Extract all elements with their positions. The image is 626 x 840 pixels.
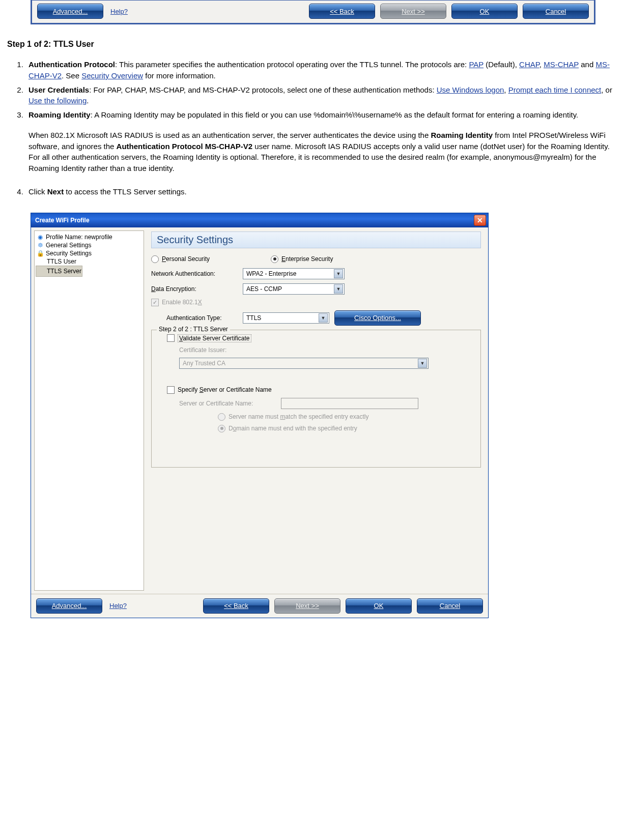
tree-ttls-user[interactable]: TTLS User	[36, 257, 143, 266]
data-encryption-label: Data Encryption:	[151, 285, 243, 293]
help-link[interactable]: Help?	[109, 602, 127, 610]
cancel-button[interactable]: Cancel	[417, 598, 483, 614]
specify-server-checkbox[interactable]	[167, 386, 175, 394]
end-with-label: Domain name must end with the specified …	[229, 425, 357, 432]
cert-issuer-label: Certificate Issuer:	[179, 346, 226, 354]
back-button[interactable]: << Back	[309, 4, 375, 19]
list-item: Click Next to access the TTLS Server set…	[25, 186, 621, 197]
advanced-button[interactable]: Advanced...	[37, 4, 103, 19]
chap-link[interactable]: CHAP	[519, 60, 539, 69]
prompt-connect-link[interactable]: Prompt each time I connect	[508, 85, 602, 94]
tree-profile-name[interactable]: ◉ Profile Name: newprofile	[36, 233, 143, 241]
ok-button[interactable]: OK	[346, 598, 412, 614]
security-overview-link[interactable]: Security Overview	[81, 71, 143, 80]
server-name-label: Server or Certificate Name:	[179, 400, 281, 407]
lock-icon: 🔒	[37, 250, 44, 257]
chevron-down-icon: ▼	[418, 359, 427, 368]
item-label: Authentication Protocol	[29, 60, 115, 69]
validate-cert-checkbox[interactable]	[167, 334, 175, 342]
enterprise-security-radio[interactable]	[271, 255, 278, 263]
gear-icon: ☸	[37, 242, 44, 249]
list-item: User Credentials: For PAP, CHAP, MS-CHAP…	[25, 84, 621, 107]
ttls-server-fieldset: Step 2 of 2 : TTLS Server Validate Serve…	[151, 330, 481, 468]
use-following-link[interactable]: Use the following	[29, 96, 87, 105]
specify-server-label: Specify Server or Certificate Name	[178, 386, 272, 393]
fieldset-legend: Step 2 of 2 : TTLS Server	[157, 326, 230, 333]
advanced-button[interactable]: Advanced...	[36, 598, 102, 614]
item-label: Roaming Identity	[29, 110, 91, 119]
list-item: Roaming Identity: A Roaming Identity may…	[25, 109, 621, 183]
next-button[interactable]: Next >>	[274, 598, 340, 614]
network-auth-select[interactable]: WPA2 - Enterprise ▼	[243, 268, 345, 279]
end-with-radio	[218, 425, 225, 432]
data-encryption-select[interactable]: AES - CCMP ▼	[243, 283, 345, 295]
globe-icon: ◉	[37, 234, 44, 241]
ok-button[interactable]: OK	[451, 4, 518, 19]
tree-security-settings[interactable]: 🔒 Security Settings	[36, 249, 143, 257]
personal-security-label: Personal Security	[162, 255, 210, 263]
create-wifi-profile-dialog: Create WiFi Profile ✕ ◉ Profile Name: ne…	[31, 213, 489, 618]
enable-8021x-label: Enable 802.1X	[162, 299, 202, 306]
top-dialog-strip: Advanced... Help? << Back Next >> OK Can…	[31, 0, 595, 24]
profile-tree: ◉ Profile Name: newprofile ☸ General Set…	[34, 230, 144, 591]
dialog-main-panel: Security Settings Personal Security Ente…	[147, 227, 488, 594]
chevron-down-icon: ▼	[334, 269, 343, 278]
cancel-button[interactable]: Cancel	[523, 4, 589, 19]
auth-type-label: Authentication Type:	[166, 314, 243, 322]
enterprise-security-label: Enterprise Security	[281, 255, 333, 263]
chevron-down-icon: ▼	[334, 284, 343, 294]
pap-link[interactable]: PAP	[469, 60, 483, 69]
server-name-input	[281, 398, 418, 409]
chevron-down-icon: ▼	[319, 313, 328, 323]
step-heading: Step 1 of 2: TTLS User	[5, 40, 621, 49]
step-list: Authentication Protocol: This parameter …	[25, 59, 621, 197]
validate-cert-label: Validate Server Certificate	[178, 334, 251, 342]
use-windows-logon-link[interactable]: Use Windows logon	[437, 85, 504, 94]
next-button[interactable]: Next >>	[380, 4, 446, 19]
match-exactly-label: Server name must match the specified ent…	[229, 413, 368, 420]
cisco-options-button[interactable]: Cisco Options...	[334, 310, 421, 326]
back-button[interactable]: << Back	[203, 598, 269, 614]
help-link[interactable]: Help?	[110, 8, 128, 15]
close-icon[interactable]: ✕	[474, 215, 486, 226]
match-exactly-radio	[218, 413, 225, 421]
mschap-link[interactable]: MS-CHAP	[544, 60, 579, 69]
dialog-title: Create WiFi Profile	[35, 217, 474, 224]
tree-ttls-server[interactable]: TTLS Server	[36, 266, 82, 277]
list-item: Authentication Protocol: This parameter …	[25, 59, 621, 81]
personal-security-radio[interactable]	[151, 255, 159, 263]
network-auth-label: Network Authentication:	[151, 270, 243, 277]
cert-issuer-select: Any Trusted CA ▼	[179, 358, 429, 369]
dialog-titlebar: Create WiFi Profile ✕	[31, 213, 488, 227]
item-label: User Credentials	[29, 85, 89, 94]
auth-type-select[interactable]: TTLS ▼	[243, 312, 329, 324]
enable-8021x-checkbox: ✓	[151, 299, 159, 306]
panel-title: Security Settings	[151, 231, 481, 248]
tree-general-settings[interactable]: ☸ General Settings	[36, 241, 143, 249]
